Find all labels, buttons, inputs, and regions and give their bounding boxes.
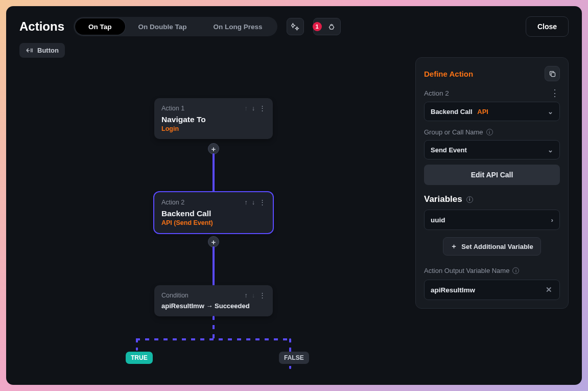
branch-true[interactable]: TRUE bbox=[126, 352, 153, 364]
group-call-label: Group or Call Name i bbox=[424, 128, 560, 136]
chevron-down-icon: ⌄ bbox=[548, 146, 553, 154]
tab-on-tap[interactable]: On Tap bbox=[75, 18, 125, 35]
copy-action-icon[interactable] bbox=[545, 66, 560, 81]
connector-2 bbox=[213, 246, 215, 286]
node2-label: Action 2 bbox=[161, 199, 184, 206]
info-icon[interactable]: i bbox=[466, 196, 473, 203]
branch-false[interactable]: FALSE bbox=[279, 352, 309, 364]
group-call-select[interactable]: Send Event ⌄ bbox=[424, 140, 560, 159]
add-action-button-2[interactable]: + bbox=[208, 236, 219, 247]
action-menu-icon[interactable]: ⋮ bbox=[550, 88, 560, 98]
action-node-2[interactable]: Action 2 ↑ ↓ ⋮ Backend Call API (Send Ev… bbox=[154, 192, 273, 233]
node2-title: Backend Call bbox=[161, 209, 266, 218]
node2-sub: API (Send Event) bbox=[161, 219, 266, 226]
output-var-input[interactable] bbox=[431, 286, 544, 294]
node-menu-icon[interactable]: ⋮ bbox=[259, 104, 266, 112]
add-variable-button[interactable]: ＋ Set Additional Variable bbox=[443, 237, 540, 256]
move-down-icon[interactable]: ↓ bbox=[252, 105, 255, 112]
edit-api-call-button[interactable]: Edit API Call bbox=[424, 165, 560, 185]
connector-dashed-true bbox=[136, 338, 138, 351]
move-up-icon[interactable]: ↑ bbox=[245, 105, 248, 112]
move-down-icon[interactable]: ↓ bbox=[252, 292, 255, 299]
breadcrumb: Button bbox=[19, 43, 569, 58]
tab-on-long-press[interactable]: On Long Press bbox=[200, 18, 276, 35]
move-up-icon[interactable]: ↑ bbox=[245, 199, 248, 206]
magic-icon[interactable] bbox=[287, 18, 304, 35]
variables-heading: Variables i bbox=[424, 194, 560, 204]
node1-label: Action 1 bbox=[161, 105, 184, 112]
variable-uuid[interactable]: uuid › bbox=[424, 210, 560, 230]
info-icon[interactable]: i bbox=[512, 267, 519, 274]
node1-sub: Login bbox=[161, 125, 266, 132]
action-node-1[interactable]: Action 1 ↑ ↓ ⋮ Navigate To Login bbox=[154, 98, 273, 139]
app-frame: Actions On Tap On Double Tap On Long Pre… bbox=[6, 6, 582, 385]
flow-canvas[interactable]: Action 1 ↑ ↓ ⋮ Navigate To Login + Actio… bbox=[19, 67, 408, 385]
svg-rect-1 bbox=[551, 73, 555, 77]
tab-on-double-tap[interactable]: On Double Tap bbox=[125, 18, 200, 35]
page-title: Actions bbox=[19, 19, 64, 34]
move-down-icon[interactable]: ↓ bbox=[252, 199, 255, 206]
node1-title: Navigate To bbox=[161, 115, 266, 124]
plus-icon: ＋ bbox=[451, 242, 457, 251]
node-menu-icon[interactable]: ⋮ bbox=[259, 291, 266, 299]
action-type-select[interactable]: Backend Call API ⌄ bbox=[424, 102, 560, 121]
output-var-field[interactable]: ✕ bbox=[424, 280, 560, 300]
panel-heading: Define Action bbox=[424, 70, 473, 78]
condition-node[interactable]: Condition ↑ ↓ ⋮ apiResultImw → Succeeded bbox=[154, 285, 273, 316]
move-up-icon[interactable]: ↑ bbox=[245, 292, 248, 299]
chevron-right-icon: › bbox=[551, 216, 554, 224]
close-button[interactable]: Close bbox=[526, 16, 569, 37]
widget-chip[interactable]: Button bbox=[19, 43, 65, 58]
node-menu-icon[interactable]: ⋮ bbox=[259, 198, 266, 206]
action-type-main: Backend Call bbox=[431, 108, 473, 116]
group-call-value: Send Event bbox=[431, 146, 467, 154]
panel-action-label: Action 2 bbox=[424, 89, 449, 97]
connector-1 bbox=[213, 153, 215, 193]
widget-chip-label: Button bbox=[37, 47, 59, 54]
error-count-badge: 1 bbox=[313, 22, 322, 31]
condition-text: apiResultImw → Succeeded bbox=[161, 302, 266, 310]
chevron-down-icon: ⌄ bbox=[548, 108, 553, 116]
connector-dashed-v1 bbox=[213, 316, 215, 339]
action-type-sub: API bbox=[477, 108, 488, 116]
add-action-button-1[interactable]: + bbox=[208, 143, 219, 154]
output-var-label: Action Output Variable Name i bbox=[424, 267, 560, 274]
info-icon[interactable]: i bbox=[486, 129, 493, 135]
header: Actions On Tap On Double Tap On Long Pre… bbox=[19, 16, 569, 37]
errors-button[interactable]: 1 bbox=[313, 18, 341, 35]
clear-icon[interactable]: ✕ bbox=[544, 283, 554, 296]
node3-label: Condition bbox=[161, 292, 189, 299]
trigger-tabs: On Tap On Double Tap On Long Press bbox=[74, 17, 277, 36]
connector-dashed-h bbox=[136, 338, 291, 340]
variable-name: uuid bbox=[431, 216, 445, 224]
action-properties-panel: Define Action Action 2 ⋮ Backend Call AP… bbox=[415, 57, 569, 309]
